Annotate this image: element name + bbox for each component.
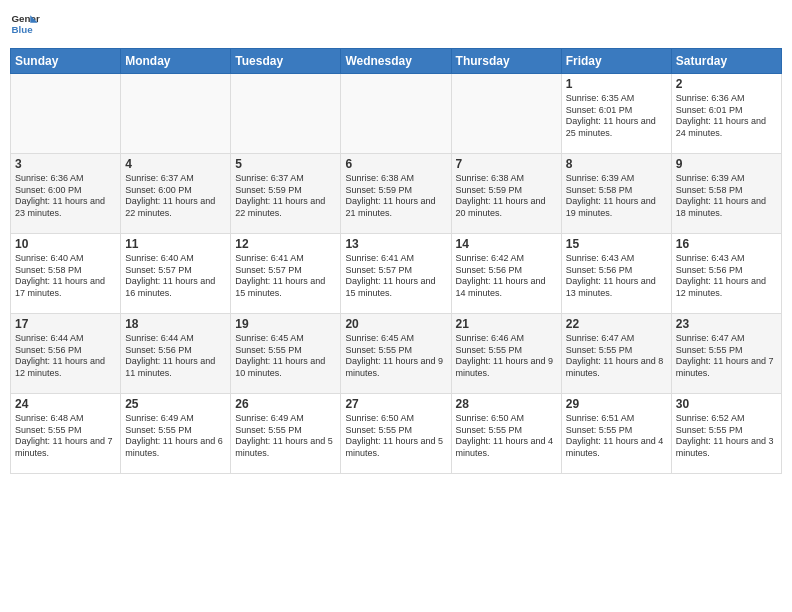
day-info: Sunrise: 6:50 AM bbox=[345, 413, 446, 425]
day-info: Daylight: 11 hours and 12 minutes. bbox=[15, 356, 116, 379]
day-info: Sunrise: 6:42 AM bbox=[456, 253, 557, 265]
day-info: Sunrise: 6:46 AM bbox=[456, 333, 557, 345]
day-info: Sunrise: 6:43 AM bbox=[566, 253, 667, 265]
day-number: 30 bbox=[676, 397, 777, 411]
day-info: Sunset: 6:00 PM bbox=[15, 185, 116, 197]
day-number: 11 bbox=[125, 237, 226, 251]
calendar-cell: 14Sunrise: 6:42 AMSunset: 5:56 PMDayligh… bbox=[451, 234, 561, 314]
day-info: Daylight: 11 hours and 5 minutes. bbox=[345, 436, 446, 459]
calendar-cell bbox=[231, 74, 341, 154]
day-info: Daylight: 11 hours and 19 minutes. bbox=[566, 196, 667, 219]
day-header-tuesday: Tuesday bbox=[231, 49, 341, 74]
day-header-wednesday: Wednesday bbox=[341, 49, 451, 74]
day-info: Daylight: 11 hours and 24 minutes. bbox=[676, 116, 777, 139]
day-number: 4 bbox=[125, 157, 226, 171]
day-info: Sunrise: 6:37 AM bbox=[235, 173, 336, 185]
day-number: 12 bbox=[235, 237, 336, 251]
logo-icon: General Blue bbox=[10, 10, 40, 40]
day-number: 23 bbox=[676, 317, 777, 331]
logo: General Blue bbox=[10, 10, 44, 40]
calendar-cell bbox=[121, 74, 231, 154]
day-info: Sunrise: 6:40 AM bbox=[15, 253, 116, 265]
day-info: Daylight: 11 hours and 3 minutes. bbox=[676, 436, 777, 459]
day-info: Sunset: 5:55 PM bbox=[566, 425, 667, 437]
day-number: 19 bbox=[235, 317, 336, 331]
day-info: Sunrise: 6:36 AM bbox=[676, 93, 777, 105]
calendar-cell: 24Sunrise: 6:48 AMSunset: 5:55 PMDayligh… bbox=[11, 394, 121, 474]
calendar-cell bbox=[11, 74, 121, 154]
calendar-cell: 25Sunrise: 6:49 AMSunset: 5:55 PMDayligh… bbox=[121, 394, 231, 474]
day-info: Sunset: 5:58 PM bbox=[566, 185, 667, 197]
day-info: Sunrise: 6:38 AM bbox=[345, 173, 446, 185]
day-number: 26 bbox=[235, 397, 336, 411]
day-number: 17 bbox=[15, 317, 116, 331]
day-info: Sunrise: 6:35 AM bbox=[566, 93, 667, 105]
calendar-cell: 2Sunrise: 6:36 AMSunset: 6:01 PMDaylight… bbox=[671, 74, 781, 154]
day-header-sunday: Sunday bbox=[11, 49, 121, 74]
day-info: Daylight: 11 hours and 18 minutes. bbox=[676, 196, 777, 219]
day-number: 14 bbox=[456, 237, 557, 251]
calendar-week-4: 17Sunrise: 6:44 AMSunset: 5:56 PMDayligh… bbox=[11, 314, 782, 394]
calendar-cell: 29Sunrise: 6:51 AMSunset: 5:55 PMDayligh… bbox=[561, 394, 671, 474]
header-row: SundayMondayTuesdayWednesdayThursdayFrid… bbox=[11, 49, 782, 74]
day-info: Sunset: 5:55 PM bbox=[235, 425, 336, 437]
day-number: 10 bbox=[15, 237, 116, 251]
day-number: 8 bbox=[566, 157, 667, 171]
day-info: Daylight: 11 hours and 4 minutes. bbox=[456, 436, 557, 459]
day-number: 28 bbox=[456, 397, 557, 411]
calendar-cell: 16Sunrise: 6:43 AMSunset: 5:56 PMDayligh… bbox=[671, 234, 781, 314]
day-info: Sunset: 6:01 PM bbox=[676, 105, 777, 117]
calendar-cell: 28Sunrise: 6:50 AMSunset: 5:55 PMDayligh… bbox=[451, 394, 561, 474]
day-info: Daylight: 11 hours and 10 minutes. bbox=[235, 356, 336, 379]
calendar-cell: 27Sunrise: 6:50 AMSunset: 5:55 PMDayligh… bbox=[341, 394, 451, 474]
calendar-cell: 26Sunrise: 6:49 AMSunset: 5:55 PMDayligh… bbox=[231, 394, 341, 474]
day-info: Sunset: 5:55 PM bbox=[15, 425, 116, 437]
day-number: 6 bbox=[345, 157, 446, 171]
day-info: Sunrise: 6:49 AM bbox=[235, 413, 336, 425]
day-info: Sunset: 5:55 PM bbox=[456, 425, 557, 437]
calendar-table: SundayMondayTuesdayWednesdayThursdayFrid… bbox=[10, 48, 782, 474]
day-info: Sunrise: 6:44 AM bbox=[15, 333, 116, 345]
day-number: 2 bbox=[676, 77, 777, 91]
day-info: Sunset: 5:55 PM bbox=[676, 425, 777, 437]
day-info: Daylight: 11 hours and 22 minutes. bbox=[235, 196, 336, 219]
day-info: Sunset: 5:58 PM bbox=[15, 265, 116, 277]
calendar-cell: 3Sunrise: 6:36 AMSunset: 6:00 PMDaylight… bbox=[11, 154, 121, 234]
calendar-week-5: 24Sunrise: 6:48 AMSunset: 5:55 PMDayligh… bbox=[11, 394, 782, 474]
day-header-monday: Monday bbox=[121, 49, 231, 74]
calendar-cell: 30Sunrise: 6:52 AMSunset: 5:55 PMDayligh… bbox=[671, 394, 781, 474]
calendar-body: 1Sunrise: 6:35 AMSunset: 6:01 PMDaylight… bbox=[11, 74, 782, 474]
calendar-cell: 17Sunrise: 6:44 AMSunset: 5:56 PMDayligh… bbox=[11, 314, 121, 394]
day-info: Sunrise: 6:51 AM bbox=[566, 413, 667, 425]
day-info: Sunset: 5:55 PM bbox=[345, 345, 446, 357]
day-info: Daylight: 11 hours and 20 minutes. bbox=[456, 196, 557, 219]
day-info: Sunset: 5:57 PM bbox=[235, 265, 336, 277]
day-number: 13 bbox=[345, 237, 446, 251]
day-info: Sunset: 5:56 PM bbox=[15, 345, 116, 357]
day-number: 29 bbox=[566, 397, 667, 411]
day-info: Sunrise: 6:48 AM bbox=[15, 413, 116, 425]
day-number: 25 bbox=[125, 397, 226, 411]
day-info: Sunrise: 6:38 AM bbox=[456, 173, 557, 185]
calendar-header: SundayMondayTuesdayWednesdayThursdayFrid… bbox=[11, 49, 782, 74]
day-info: Sunrise: 6:36 AM bbox=[15, 173, 116, 185]
day-info: Daylight: 11 hours and 4 minutes. bbox=[566, 436, 667, 459]
calendar-cell: 10Sunrise: 6:40 AMSunset: 5:58 PMDayligh… bbox=[11, 234, 121, 314]
day-info: Sunset: 5:59 PM bbox=[345, 185, 446, 197]
day-info: Sunrise: 6:45 AM bbox=[235, 333, 336, 345]
day-info: Daylight: 11 hours and 15 minutes. bbox=[345, 276, 446, 299]
day-header-saturday: Saturday bbox=[671, 49, 781, 74]
calendar-cell: 19Sunrise: 6:45 AMSunset: 5:55 PMDayligh… bbox=[231, 314, 341, 394]
day-number: 5 bbox=[235, 157, 336, 171]
day-number: 1 bbox=[566, 77, 667, 91]
calendar-week-3: 10Sunrise: 6:40 AMSunset: 5:58 PMDayligh… bbox=[11, 234, 782, 314]
calendar-cell: 20Sunrise: 6:45 AMSunset: 5:55 PMDayligh… bbox=[341, 314, 451, 394]
svg-text:Blue: Blue bbox=[12, 24, 34, 35]
day-info: Daylight: 11 hours and 9 minutes. bbox=[456, 356, 557, 379]
day-info: Sunrise: 6:47 AM bbox=[566, 333, 667, 345]
day-number: 24 bbox=[15, 397, 116, 411]
day-info: Daylight: 11 hours and 25 minutes. bbox=[566, 116, 667, 139]
day-number: 15 bbox=[566, 237, 667, 251]
day-info: Sunrise: 6:37 AM bbox=[125, 173, 226, 185]
day-info: Daylight: 11 hours and 23 minutes. bbox=[15, 196, 116, 219]
